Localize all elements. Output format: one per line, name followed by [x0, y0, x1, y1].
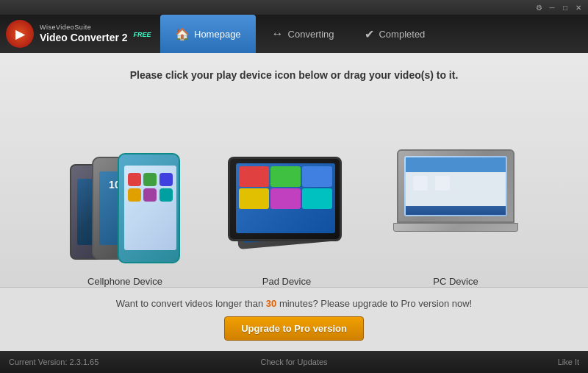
tab-completed-label: Completed	[379, 29, 425, 40]
app-icon-1	[128, 173, 141, 186]
pc-device[interactable]: PC Device	[393, 149, 518, 287]
cellphone-group: 10:08	[70, 149, 180, 267]
laptop-lid	[397, 149, 514, 223]
promo-highlight: 30	[266, 298, 276, 309]
tablet-app-4	[239, 188, 269, 209]
desktop-icon-2	[435, 176, 450, 191]
settings-btn[interactable]: ⚙	[534, 2, 544, 13]
check-updates-link[interactable]: Check for Updates	[199, 358, 390, 366]
pc-image	[393, 149, 518, 267]
converting-icon: ↔	[272, 27, 284, 40]
completed-icon: ✔	[365, 27, 374, 41]
pad-label: Pad Device	[262, 276, 311, 287]
close-btn[interactable]: ✕	[573, 2, 584, 13]
pad-group	[224, 149, 349, 267]
logo-text: WiseVideoSuite Video Converter 2 FREE	[40, 24, 151, 43]
cellphone-device[interactable]: 10:08	[70, 149, 180, 287]
tab-completed[interactable]: ✔ Completed	[350, 15, 440, 53]
tablet-app-2	[270, 166, 301, 187]
promo-area: Want to convert videos longer than 30 mi…	[0, 287, 588, 351]
minimize-btn[interactable]: ─	[547, 2, 557, 13]
nav-tabs: 🏠 Homepage ↔ Converting ✔ Completed	[160, 15, 440, 53]
pc-group	[393, 149, 518, 267]
cellphone-label: Cellphone Device	[87, 276, 162, 287]
tablet-app-3	[302, 166, 332, 187]
app-icon-3	[159, 173, 173, 186]
tablet-app-1	[239, 166, 269, 187]
header: ▶ WiseVideoSuite Video Converter 2 FREE …	[0, 15, 588, 53]
home-icon: 🏠	[175, 27, 190, 41]
pad-image	[224, 149, 349, 267]
cellphone-image: 10:08	[70, 149, 180, 267]
tablet-front	[228, 157, 342, 241]
devices-area: 10:08	[70, 96, 518, 287]
laptop-screen	[404, 156, 507, 216]
phone-app-icons	[124, 169, 176, 205]
instruction-text: Please click your play device icon below…	[130, 69, 459, 81]
pc-label: PC Device	[433, 276, 478, 287]
promo-text-before: Want to convert videos longer than	[116, 298, 266, 309]
tablet-app-icons	[236, 163, 335, 212]
app-icon-2	[143, 173, 157, 186]
desktop-icon-1	[413, 176, 428, 191]
status-bar: Current Version: 2.3.1.65 Check for Upda…	[0, 351, 588, 373]
laptop-base	[393, 223, 518, 232]
promo-text-after: minutes? Please upgrade to Pro version n…	[276, 298, 472, 309]
laptop-taskbar	[406, 206, 506, 215]
logo-icon: ▶	[6, 20, 34, 48]
app-icon-4	[128, 188, 141, 202]
version-label: Current Version: 2.3.1.65	[9, 358, 199, 366]
upgrade-button[interactable]: Upgrade to Pro version	[224, 316, 364, 341]
logo-bottom-text: Video Converter 2 FREE	[40, 32, 151, 43]
tab-homepage-label: Homepage	[194, 29, 241, 40]
app-icon-6	[159, 188, 173, 202]
logo-free-label: FREE	[133, 31, 151, 38]
logo-area: ▶ WiseVideoSuite Video Converter 2 FREE	[6, 20, 153, 48]
phone-front-screen	[124, 166, 176, 250]
app-icon-5	[143, 188, 157, 202]
maximize-btn[interactable]: □	[560, 2, 570, 13]
main-content: Please click your play device icon below…	[0, 53, 588, 351]
promo-text: Want to convert videos longer than 30 mi…	[116, 298, 472, 309]
pad-device[interactable]: Pad Device	[224, 149, 349, 287]
laptop-screen-inner	[406, 157, 506, 215]
tab-homepage[interactable]: 🏠 Homepage	[160, 15, 256, 53]
title-bar: ⚙ ─ □ ✕	[0, 0, 588, 15]
tablet-app-6	[302, 188, 332, 209]
tab-converting[interactable]: ↔ Converting	[257, 15, 349, 53]
tablet-app-5	[270, 188, 301, 209]
like-label[interactable]: Like It	[389, 358, 579, 366]
tab-converting-label: Converting	[288, 29, 334, 40]
tablet-front-screen	[236, 163, 335, 233]
phone-front	[118, 153, 180, 263]
